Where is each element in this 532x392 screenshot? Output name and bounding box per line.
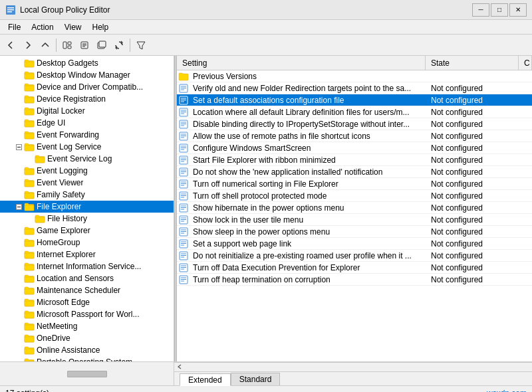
tree-item[interactable]: File History — [0, 213, 174, 225]
list-row[interactable]: Start File Explorer with ribbon minimize… — [177, 154, 532, 166]
new-window-button[interactable] — [94, 37, 110, 53]
tree-expander[interactable] — [13, 273, 24, 284]
list-row[interactable]: Previous Versions — [177, 70, 532, 82]
tree-item[interactable]: NetMeeting — [0, 320, 174, 332]
list-row[interactable]: Do not show the 'new application install… — [177, 166, 532, 178]
menu-help[interactable]: Help — [87, 21, 114, 33]
tree-hscroll-thumb[interactable] — [67, 371, 107, 377]
tree-item[interactable]: Internet Information Service... — [0, 260, 174, 272]
menu-view[interactable]: View — [59, 21, 87, 33]
tree-item[interactable]: Family Safety — [0, 189, 174, 201]
column-header-comment[interactable]: C — [519, 56, 532, 70]
tree-expander[interactable] — [13, 201, 24, 212]
up-button[interactable] — [37, 37, 53, 53]
tree-item[interactable]: Internet Explorer — [0, 248, 174, 260]
tree-item[interactable]: Game Explorer — [0, 225, 174, 237]
list-row[interactable]: Show sleep in the power options menuNot … — [177, 226, 532, 238]
tree-item[interactable]: Device Registration — [0, 93, 174, 105]
tree-item[interactable]: Event Log Service — [0, 141, 174, 153]
svg-rect-3 — [7, 11, 12, 13]
tree-item[interactable]: Portable Operating System — [0, 356, 174, 361]
list-row[interactable]: Location where all default Library defin… — [177, 106, 532, 118]
list-row[interactable]: Turn off heap termination on corruptionN… — [177, 274, 532, 286]
tree-item[interactable]: Event Viewer — [0, 177, 174, 189]
tree-expander[interactable] — [13, 70, 24, 80]
row-setting-text: Allow the use of remote paths in file sh… — [190, 132, 426, 141]
tree-expander[interactable] — [13, 285, 24, 296]
tree-item[interactable]: Location and Sensors — [0, 272, 174, 284]
tree-expander[interactable] — [24, 213, 35, 224]
tree-expander[interactable] — [13, 58, 24, 68]
tree-expander[interactable] — [13, 142, 24, 152]
tree-expander[interactable] — [13, 237, 24, 248]
tree-expander[interactable] — [13, 333, 24, 343]
list-row[interactable]: Show lock in the user tile menuNot confi… — [177, 214, 532, 226]
maximize-button[interactable]: □ — [491, 3, 508, 17]
list-row[interactable]: Show hibernate in the power options menu… — [177, 202, 532, 214]
tree-item[interactable]: Device and Driver Compatib... — [0, 81, 174, 93]
list-row[interactable]: Configure Windows SmartScreenNot configu… — [177, 142, 532, 154]
refresh-button[interactable] — [111, 37, 127, 53]
list-row[interactable]: Disable binding directly to IPropertySet… — [177, 118, 532, 130]
tree-expander[interactable] — [13, 225, 24, 236]
tree-item[interactable]: Desktop Gadgets — [0, 57, 174, 69]
tab-standard[interactable]: Standard — [231, 373, 281, 385]
close-button[interactable]: ✕ — [509, 3, 527, 17]
tree-item[interactable]: Digital Locker — [0, 105, 174, 117]
tree-item[interactable]: File Explorer — [0, 201, 174, 213]
tree-expander[interactable] — [13, 177, 24, 188]
row-icon — [177, 238, 190, 250]
tree-item[interactable]: Event Forwarding — [0, 129, 174, 141]
filter-button[interactable] — [133, 37, 149, 53]
list-body[interactable]: Previous Versions Verify old and new Fol… — [177, 70, 532, 361]
h-scrollbar[interactable] — [174, 362, 532, 371]
tree-item[interactable]: Edge UI — [0, 117, 174, 129]
list-row[interactable]: Set a support web page linkNot configure… — [177, 238, 532, 250]
tree-item[interactable]: Maintenance Scheduler — [0, 284, 174, 296]
list-row[interactable]: Turn off numerical sorting in File Explo… — [177, 178, 532, 190]
minimize-button[interactable]: ─ — [472, 3, 489, 17]
tree-expander[interactable] — [13, 309, 24, 320]
tab-extended[interactable]: Extended — [180, 373, 231, 386]
tree-expander[interactable] — [13, 94, 24, 104]
tree-item[interactable]: Event Logging — [0, 165, 174, 177]
tree-expander[interactable] — [13, 118, 24, 128]
properties-button[interactable] — [76, 37, 92, 53]
tree-expander[interactable] — [13, 165, 24, 176]
tree-item[interactable]: Online Assistance — [0, 344, 174, 356]
tree-expander[interactable] — [13, 297, 24, 308]
tree-item[interactable]: OneDrive — [0, 332, 174, 344]
tree-panel[interactable]: Desktop Gadgets Desktop Window Manager D… — [0, 56, 174, 361]
tree-expander[interactable] — [13, 106, 24, 116]
tree-expander[interactable] — [13, 345, 24, 355]
list-row[interactable]: Verify old and new Folder Redirection ta… — [177, 82, 532, 94]
column-header-state[interactable]: State — [426, 56, 519, 70]
tree-expander[interactable] — [13, 130, 24, 140]
column-comment-label: C — [524, 58, 530, 68]
tree-hscroll[interactable] — [0, 362, 174, 385]
tree-expander[interactable] — [13, 321, 24, 332]
tree-expander[interactable] — [13, 249, 24, 260]
tree-item[interactable]: Event Service Log — [0, 153, 174, 165]
tree-expander[interactable] — [13, 357, 24, 361]
tree-item[interactable]: Microsoft Passport for Worl... — [0, 308, 174, 320]
tree-expander[interactable] — [13, 189, 24, 200]
tree-expander[interactable] — [13, 82, 24, 92]
list-row[interactable]: Turn off Data Execution Prevention for E… — [177, 262, 532, 274]
column-header-setting[interactable]: Setting — [177, 56, 426, 70]
list-row[interactable]: Allow the use of remote paths in file sh… — [177, 130, 532, 142]
tree-item[interactable]: Desktop Window Manager — [0, 69, 174, 81]
list-row[interactable]: Set a default associations configuration… — [177, 94, 532, 106]
tree-item[interactable]: Microsoft Edge — [0, 296, 174, 308]
forward-button[interactable] — [20, 37, 36, 53]
list-row[interactable]: Turn off shell protocol protected modeNo… — [177, 190, 532, 202]
menu-action[interactable]: Action — [26, 21, 59, 33]
tree-expander[interactable] — [13, 261, 24, 272]
tree-expander[interactable] — [24, 153, 35, 164]
list-row[interactable]: Do not reinitialize a pre-existing roame… — [177, 250, 532, 262]
tree-item[interactable]: HomeGroup — [0, 237, 174, 248]
scroll-left-icon[interactable] — [176, 363, 184, 370]
menu-file[interactable]: File — [3, 21, 26, 33]
back-button[interactable] — [3, 37, 19, 53]
show-hide-tree-button[interactable] — [59, 37, 75, 53]
